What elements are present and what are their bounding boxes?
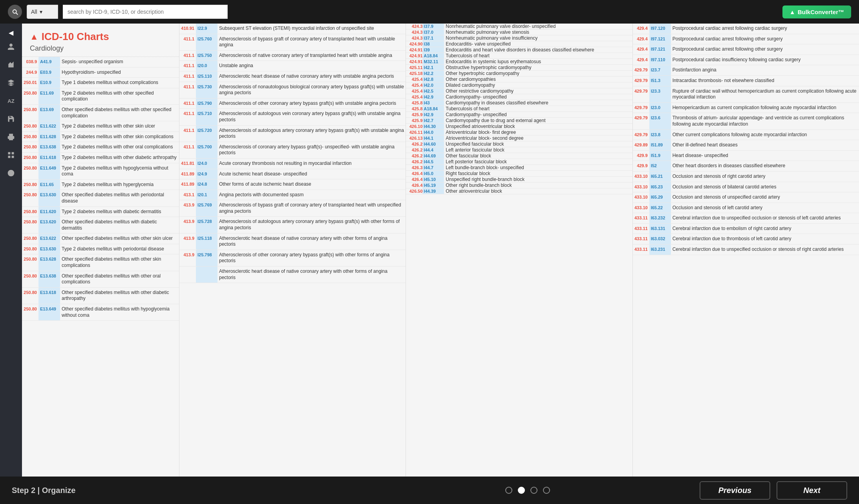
middle-table[interactable]: 410.91 I22.9 Subsequent ST elevation (ST…	[179, 24, 406, 477]
table-row[interactable]: 411.1 I25.730 Atherosclerosis of nonauto…	[179, 82, 406, 98]
table-row[interactable]: 038.9 A41.9 Sepsis- unspecified organism	[22, 57, 179, 67]
table-row[interactable]: 429.79 I23.0 Hemopericardium as current …	[633, 102, 859, 113]
table-row[interactable]: 426.13 I44.1 Atrioventricular block- sec…	[406, 135, 632, 141]
table-row[interactable]: 424.91 A18.84 Tuberculosis of heart	[406, 53, 632, 59]
sidebar-item-info[interactable]	[3, 165, 19, 181]
table-row[interactable]: 424.3 I37.0 Nonrheumatic pulmonary valve…	[406, 29, 632, 35]
table-row[interactable]: 411.1 I25.790 Atherosclerosis of other c…	[179, 98, 406, 109]
table-row[interactable]: 424.91 M32.11 Endocarditis in systemic l…	[406, 59, 632, 65]
table-row[interactable]: 429.4 I97.110 Postprocedural cardiac ins…	[633, 55, 859, 65]
table-row[interactable]: 433.10 I65.29 Occlusion and stenosis of …	[633, 192, 859, 203]
table-row[interactable]: 250.80 E11.620 Type 2 diabetes mellitus …	[22, 206, 179, 217]
table-row[interactable]: 425.8 I43 Cardiomyopathy in diseases cla…	[406, 100, 632, 106]
table-row[interactable]: 433.11 I63.231 Cerebral infarction due t…	[633, 245, 859, 255]
table-row[interactable]: 411.1 I25.720 Atherosclerosis of autolog…	[179, 125, 406, 142]
table-row[interactable]: 413.9 I25.118 Atherosclerotic heart dise…	[179, 233, 406, 250]
table-row[interactable]: 433.10 I65.23 Occlusion and stenosis of …	[633, 182, 859, 192]
table-row[interactable]: 426.2 I44.4 Left anterior fascicular blo…	[406, 147, 632, 153]
page-dot-2[interactable]	[518, 487, 525, 494]
table-row[interactable]: 413.1 I20.1 Angina pectoris with documen…	[179, 190, 406, 200]
table-row[interactable]: 425.11 I42.1 Obstructive hypertrophic ca…	[406, 65, 632, 71]
table-row[interactable]: 250.80 E13.630 Type 2 diabetes mellitus …	[22, 244, 179, 254]
table-row[interactable]: 425.4 I42.5 Other restrictive cardiomyop…	[406, 88, 632, 94]
table-row[interactable]: 411.89 I24.9 Acute ischemic heart diseas…	[179, 169, 406, 179]
col2-table[interactable]: 424.3 I37.9 Nonrheumatic pulmonary valve…	[406, 24, 632, 477]
sidebar-collapse-button[interactable]: ◀	[9, 29, 13, 37]
table-row[interactable]: 250.01 E10.9 Type 1 diabetes mellitus wi…	[22, 78, 179, 88]
right-table[interactable]: 429.4 I97.120 Postprocedural cardiac arr…	[632, 24, 859, 477]
table-row[interactable]: 411.81 I24.0 Acute coronary thrombosis n…	[179, 158, 406, 169]
table-row[interactable]: 250.80 E13.649 Other specified diabetes …	[22, 304, 179, 321]
table-row[interactable]: 429.79 I23.8 Other current complications…	[633, 130, 859, 140]
table-row[interactable]: 425.4 I42.8 Other cardiomyopathies	[406, 77, 632, 82]
table-row[interactable]: 425.9 I42.9 Cardiomyopathy- unspecified	[406, 112, 632, 118]
page-dot-3[interactable]	[530, 487, 537, 494]
table-row[interactable]: 410.91 I22.9 Subsequent ST elevation (ST…	[179, 24, 406, 34]
table-row[interactable]: 429.79 I23.7 Postinfarction angina	[633, 65, 859, 76]
table-row[interactable]: 433.11 I63.131 Cerebral infarction due t…	[633, 223, 859, 234]
sidebar-item-chart[interactable]	[3, 57, 19, 73]
next-button[interactable]: Next	[777, 481, 847, 500]
table-row[interactable]: 426.11 I44.0 Atrioventricular block- fir…	[406, 130, 632, 135]
table-row[interactable]: 411.1 I25.750 Atherosclerosis of native …	[179, 50, 406, 61]
table-row[interactable]: 433.11 I63.032 Cerebral infarction due t…	[633, 234, 859, 245]
table-row[interactable]: 429.9 I51.9 Heart disease- unspecified	[633, 150, 859, 161]
all-dropdown[interactable]: All ▾	[27, 5, 58, 19]
left-table[interactable]: 038.9 A41.9 Sepsis- unspecified organism…	[22, 57, 179, 477]
table-row[interactable]: 433.10 I65.21 Occlusion and stenosis of …	[633, 171, 859, 182]
table-row[interactable]: 411.89 I24.8 Other forms of acute ischem…	[179, 179, 406, 190]
table-row[interactable]: 426.4 I45.19 Other right bundle-branch b…	[406, 183, 632, 188]
table-row[interactable]: 250.80 E13.622 Other specified diabetes …	[22, 234, 179, 244]
table-row[interactable]: 250.80 E13.638 Type 2 diabetes mellitus …	[22, 142, 179, 153]
table-row[interactable]: 411.1 I25.700 Atherosclerosis of coronar…	[179, 142, 406, 158]
table-row[interactable]: 425.4 I42.0 Dilated cardiomyopathy	[406, 82, 632, 88]
table-row[interactable]: 429.4 I97.120 Postprocedural cardiac arr…	[633, 24, 859, 34]
search-icon-button[interactable]	[8, 5, 22, 19]
sidebar-item-print[interactable]	[3, 129, 19, 145]
table-row[interactable]: 413.9 I25.769 Atherosclerosis of bypass …	[179, 200, 406, 217]
table-row[interactable]: 424.3 I37.9 Nonrheumatic pulmonary valve…	[406, 24, 632, 29]
table-row[interactable]: 433.11 I63.232 Cerebral infarction due t…	[633, 213, 859, 224]
table-row[interactable]: 429.89 I51.89 Other ill-defined heart di…	[633, 140, 859, 151]
table-row[interactable]: 424.3 I37.1 Nonrheumatic pulmonary valve…	[406, 35, 632, 41]
bulk-converter-button[interactable]: ▲ BulkConverter™	[782, 5, 851, 18]
table-row[interactable]: 426.2 I44.69 Other fascicular block	[406, 153, 632, 159]
table-row[interactable]: 426.2 I44.60 Unspecified fascicular bloc…	[406, 141, 632, 147]
search-input[interactable]	[63, 5, 228, 19]
table-row[interactable]: 429.4 I97.121 Postprocedural cardiac arr…	[633, 44, 859, 55]
previous-button[interactable]: Previous	[700, 481, 770, 500]
table-row[interactable]: 250.80 E13.618 Other specified diabetes …	[22, 287, 179, 304]
table-row[interactable]: 429.79 I23.3 Rupture of cardiac wall wit…	[633, 86, 859, 102]
table-row[interactable]: 426.10 I44.30 Unspecified atrioventricul…	[406, 124, 632, 130]
table-row[interactable]: 429.79 I51.3 Intracardiac thrombosis- no…	[633, 75, 859, 86]
table-row[interactable]: 250.80 E13.628 Other specified diabetes …	[22, 254, 179, 271]
table-row[interactable]: 250.80 E13.638 Other specified diabetes …	[22, 271, 179, 287]
table-row[interactable]: 424.91 I39 Endocarditis and heart valve …	[406, 47, 632, 53]
table-row[interactable]: 425.9 I42.7 Cardiomyopathy due to drug a…	[406, 118, 632, 124]
page-dot-1[interactable]	[505, 487, 512, 494]
table-row[interactable]: 250.80 E11.622 Type 2 diabetes mellitus …	[22, 121, 179, 132]
table-row[interactable]: 411.1 I25.110 Atherosclerotic heart dise…	[179, 71, 406, 82]
table-row[interactable]: 426.50 I44.39 Other atrioventricular blo…	[406, 188, 632, 194]
table-row[interactable]: 413.9 I25.798 Atherosclerosis of other c…	[179, 250, 406, 266]
table-row[interactable]: 250.80 E13.630 Other specified diabetes …	[22, 190, 179, 206]
table-row[interactable]: 424.90 I38 Endocarditis- valve unspecifi…	[406, 41, 632, 47]
table-row[interactable]: 426.2 I44.5 Left posterior fascicular bl…	[406, 159, 632, 165]
table-row[interactable]: 426.3 I44.7 Left bundle-branch block- un…	[406, 165, 632, 171]
table-row[interactable]: 244.9 E03.9 Hypothyroidism- unspecified	[22, 67, 179, 78]
table-row[interactable]: 429.79 I23.6 Thrombosis of atrium- auric…	[633, 113, 859, 130]
sidebar-item-save[interactable]	[3, 111, 19, 127]
table-row[interactable]: 425.18 I42.2 Other hypertrophic cardiomy…	[406, 71, 632, 77]
table-row[interactable]: 433.10 I65.22 Occlusion and stenosis of …	[633, 203, 859, 213]
table-row[interactable]: 411.1 I25.760 Atherosclerosis of bypass …	[179, 34, 406, 50]
table-row[interactable]: 250.80 E11.65 Type 2 diabetes mellitus w…	[22, 179, 179, 190]
table-row[interactable]: 250.80 E13.620 Other specified diabetes …	[22, 217, 179, 234]
sidebar-item-az[interactable]: AZ	[3, 93, 19, 109]
table-row[interactable]: Atherosclerotic heart disease of native …	[179, 267, 406, 283]
table-row[interactable]: 426.4 I45.0 Right fascicular block	[406, 171, 632, 177]
sidebar-item-person[interactable]	[3, 39, 19, 55]
table-row[interactable]: 250.80 E11.628 Type 2 diabetes mellitus …	[22, 131, 179, 142]
table-row[interactable]: 411.1 I20.0 Unstable angina	[179, 61, 406, 71]
table-row[interactable]: 250.80 E13.69 Other specified diabetes m…	[22, 104, 179, 121]
table-row[interactable]: 250.80 E11.69 Type 2 diabetes mellitus w…	[22, 88, 179, 104]
